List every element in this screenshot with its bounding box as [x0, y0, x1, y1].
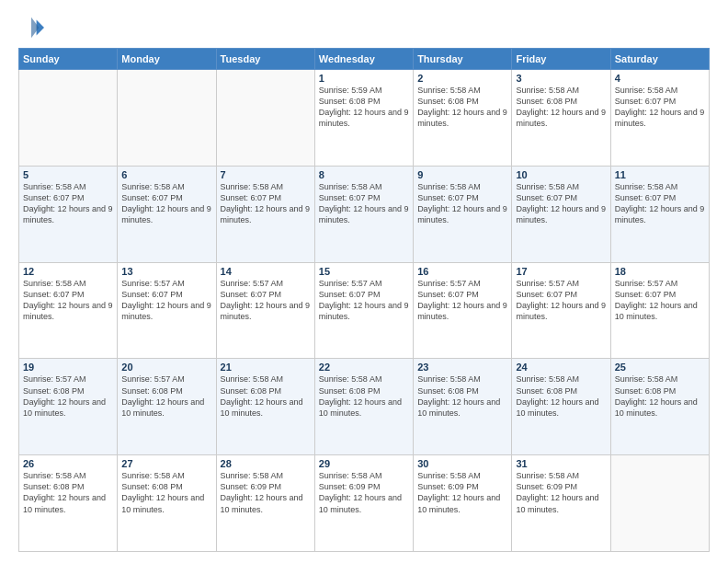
day-number: 1 — [319, 73, 409, 84]
day-number: 7 — [221, 169, 311, 180]
day-info: Sunrise: 5:58 AM Sunset: 6:07 PM Dayligh… — [417, 181, 507, 226]
day-info: Sunrise: 5:58 AM Sunset: 6:07 PM Dayligh… — [615, 85, 705, 130]
calendar-cell: 29Sunrise: 5:58 AM Sunset: 6:09 PM Dayli… — [314, 455, 413, 552]
svg-marker-1 — [31, 17, 39, 38]
day-info: Sunrise: 5:58 AM Sunset: 6:09 PM Dayligh… — [516, 470, 606, 515]
calendar-table: SundayMondayTuesdayWednesdayThursdayFrid… — [18, 48, 710, 552]
day-info: Sunrise: 5:58 AM Sunset: 6:09 PM Dayligh… — [417, 470, 507, 515]
logo-icon — [18, 15, 44, 40]
day-number: 3 — [516, 73, 606, 84]
column-header-tuesday: Tuesday — [216, 49, 314, 70]
day-info: Sunrise: 5:58 AM Sunset: 6:07 PM Dayligh… — [23, 181, 113, 226]
calendar-week-3: 12Sunrise: 5:58 AM Sunset: 6:07 PM Dayli… — [19, 262, 710, 359]
day-number: 29 — [319, 458, 409, 469]
day-info: Sunrise: 5:58 AM Sunset: 6:07 PM Dayligh… — [516, 181, 606, 226]
day-number: 26 — [23, 458, 113, 469]
day-info: Sunrise: 5:57 AM Sunset: 6:07 PM Dayligh… — [221, 278, 311, 323]
calendar-week-5: 26Sunrise: 5:58 AM Sunset: 6:08 PM Dayli… — [19, 455, 710, 552]
day-info: Sunrise: 5:58 AM Sunset: 6:07 PM Dayligh… — [615, 181, 705, 226]
day-number: 6 — [121, 169, 211, 180]
calendar-cell — [19, 70, 118, 167]
calendar-cell: 12Sunrise: 5:58 AM Sunset: 6:07 PM Dayli… — [19, 262, 118, 359]
calendar-header-row: SundayMondayTuesdayWednesdayThursdayFrid… — [19, 49, 710, 70]
day-info: Sunrise: 5:57 AM Sunset: 6:07 PM Dayligh… — [615, 278, 705, 323]
day-info: Sunrise: 5:58 AM Sunset: 6:08 PM Dayligh… — [121, 470, 211, 515]
calendar-cell — [118, 70, 216, 167]
calendar-cell: 8Sunrise: 5:58 AM Sunset: 6:07 PM Daylig… — [314, 166, 413, 262]
calendar-cell: 10Sunrise: 5:58 AM Sunset: 6:07 PM Dayli… — [512, 166, 610, 262]
calendar-cell: 17Sunrise: 5:57 AM Sunset: 6:07 PM Dayli… — [512, 262, 610, 359]
day-number: 18 — [615, 266, 705, 277]
calendar-cell: 7Sunrise: 5:58 AM Sunset: 6:07 PM Daylig… — [216, 166, 314, 262]
calendar-cell: 2Sunrise: 5:58 AM Sunset: 6:08 PM Daylig… — [414, 70, 512, 167]
day-number: 23 — [417, 362, 507, 373]
calendar-cell: 23Sunrise: 5:58 AM Sunset: 6:08 PM Dayli… — [414, 359, 512, 455]
day-info: Sunrise: 5:58 AM Sunset: 6:07 PM Dayligh… — [221, 181, 311, 226]
day-number: 27 — [121, 458, 211, 469]
day-info: Sunrise: 5:58 AM Sunset: 6:08 PM Dayligh… — [615, 373, 705, 419]
calendar-week-2: 5Sunrise: 5:58 AM Sunset: 6:07 PM Daylig… — [19, 166, 710, 262]
calendar-cell: 21Sunrise: 5:58 AM Sunset: 6:08 PM Dayli… — [216, 359, 314, 455]
day-number: 19 — [23, 362, 113, 373]
day-info: Sunrise: 5:58 AM Sunset: 6:08 PM Dayligh… — [221, 373, 311, 419]
calendar-cell: 30Sunrise: 5:58 AM Sunset: 6:09 PM Dayli… — [414, 455, 512, 552]
day-info: Sunrise: 5:58 AM Sunset: 6:07 PM Dayligh… — [121, 181, 211, 226]
column-header-sunday: Sunday — [19, 49, 118, 70]
day-info: Sunrise: 5:59 AM Sunset: 6:08 PM Dayligh… — [319, 85, 409, 130]
day-number: 12 — [23, 266, 113, 277]
calendar-cell: 16Sunrise: 5:57 AM Sunset: 6:07 PM Dayli… — [414, 262, 512, 359]
day-info: Sunrise: 5:57 AM Sunset: 6:08 PM Dayligh… — [121, 373, 211, 419]
day-number: 11 — [615, 169, 705, 180]
calendar-cell: 5Sunrise: 5:58 AM Sunset: 6:07 PM Daylig… — [19, 166, 118, 262]
day-info: Sunrise: 5:58 AM Sunset: 6:09 PM Dayligh… — [221, 470, 311, 515]
calendar-cell: 14Sunrise: 5:57 AM Sunset: 6:07 PM Dayli… — [216, 262, 314, 359]
day-number: 5 — [23, 169, 113, 180]
calendar-cell: 24Sunrise: 5:58 AM Sunset: 6:08 PM Dayli… — [512, 359, 610, 455]
day-number: 14 — [221, 266, 311, 277]
calendar-cell: 4Sunrise: 5:58 AM Sunset: 6:07 PM Daylig… — [610, 70, 709, 167]
day-info: Sunrise: 5:57 AM Sunset: 6:08 PM Dayligh… — [23, 373, 113, 419]
calendar-cell: 1Sunrise: 5:59 AM Sunset: 6:08 PM Daylig… — [314, 70, 413, 167]
calendar-cell: 19Sunrise: 5:57 AM Sunset: 6:08 PM Dayli… — [19, 359, 118, 455]
day-info: Sunrise: 5:58 AM Sunset: 6:07 PM Dayligh… — [319, 181, 409, 226]
calendar-cell: 31Sunrise: 5:58 AM Sunset: 6:09 PM Dayli… — [512, 455, 610, 552]
column-header-monday: Monday — [118, 49, 216, 70]
day-info: Sunrise: 5:58 AM Sunset: 6:08 PM Dayligh… — [516, 373, 606, 419]
day-number: 21 — [221, 362, 311, 373]
calendar-cell: 22Sunrise: 5:58 AM Sunset: 6:08 PM Dayli… — [314, 359, 413, 455]
day-info: Sunrise: 5:58 AM Sunset: 6:08 PM Dayligh… — [417, 85, 507, 130]
day-info: Sunrise: 5:57 AM Sunset: 6:07 PM Dayligh… — [121, 278, 211, 323]
day-number: 16 — [417, 266, 507, 277]
day-number: 20 — [121, 362, 211, 373]
day-number: 2 — [417, 73, 507, 84]
day-info: Sunrise: 5:57 AM Sunset: 6:07 PM Dayligh… — [516, 278, 606, 323]
calendar-cell: 28Sunrise: 5:58 AM Sunset: 6:09 PM Dayli… — [216, 455, 314, 552]
day-number: 10 — [516, 169, 606, 180]
calendar-cell: 9Sunrise: 5:58 AM Sunset: 6:07 PM Daylig… — [414, 166, 512, 262]
column-header-thursday: Thursday — [414, 49, 512, 70]
calendar-cell: 11Sunrise: 5:58 AM Sunset: 6:07 PM Dayli… — [610, 166, 709, 262]
calendar-cell: 13Sunrise: 5:57 AM Sunset: 6:07 PM Dayli… — [118, 262, 216, 359]
calendar-cell: 20Sunrise: 5:57 AM Sunset: 6:08 PM Dayli… — [118, 359, 216, 455]
day-number: 25 — [615, 362, 705, 373]
column-header-saturday: Saturday — [610, 49, 709, 70]
calendar-cell: 25Sunrise: 5:58 AM Sunset: 6:08 PM Dayli… — [610, 359, 709, 455]
logo — [18, 15, 48, 40]
calendar-cell: 3Sunrise: 5:58 AM Sunset: 6:08 PM Daylig… — [512, 70, 610, 167]
day-info: Sunrise: 5:58 AM Sunset: 6:09 PM Dayligh… — [319, 470, 409, 515]
calendar-cell: 18Sunrise: 5:57 AM Sunset: 6:07 PM Dayli… — [610, 262, 709, 359]
header — [18, 15, 710, 40]
day-number: 24 — [516, 362, 606, 373]
day-info: Sunrise: 5:58 AM Sunset: 6:07 PM Dayligh… — [23, 278, 113, 323]
column-header-friday: Friday — [512, 49, 610, 70]
day-number: 9 — [417, 169, 507, 180]
day-info: Sunrise: 5:57 AM Sunset: 6:07 PM Dayligh… — [319, 278, 409, 323]
calendar-cell: 27Sunrise: 5:58 AM Sunset: 6:08 PM Dayli… — [118, 455, 216, 552]
calendar-cell — [216, 70, 314, 167]
day-number: 4 — [615, 73, 705, 84]
column-header-wednesday: Wednesday — [314, 49, 413, 70]
day-number: 30 — [417, 458, 507, 469]
day-info: Sunrise: 5:58 AM Sunset: 6:08 PM Dayligh… — [319, 373, 409, 419]
day-info: Sunrise: 5:57 AM Sunset: 6:07 PM Dayligh… — [417, 278, 507, 323]
day-number: 17 — [516, 266, 606, 277]
